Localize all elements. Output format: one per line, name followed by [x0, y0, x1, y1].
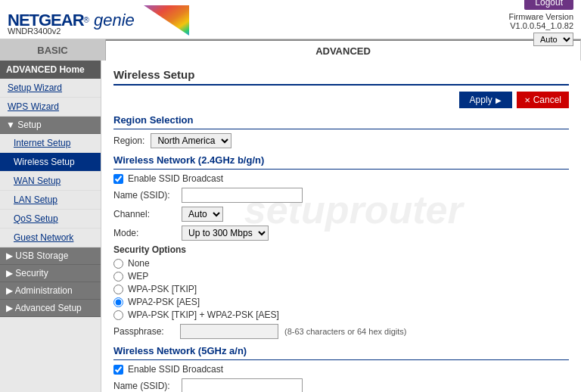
passphrase-label-24: Passphrase:: [113, 326, 174, 337]
sidebar-section-setup[interactable]: ▼ Setup: [0, 117, 101, 134]
tab-basic[interactable]: BASIC: [0, 39, 106, 61]
passphrase-input-24[interactable]: [180, 324, 278, 339]
radio-wpa-wpa2-24[interactable]: [113, 310, 123, 320]
wep-label-24: WEP: [128, 271, 148, 282]
sidebar-item-advanced-home[interactable]: ADVANCED Home: [0, 61, 101, 79]
logo-color-triangle: [144, 5, 189, 36]
region-select[interactable]: North America Europe Asia Australia: [151, 133, 231, 148]
sidebar-item-wps-wizard[interactable]: WPS Wizard: [0, 98, 101, 117]
radio-wpa-tkip-24-row: WPA-PSK [TKIP]: [113, 284, 569, 294]
security-options-label-24: Security Options: [113, 244, 569, 255]
mode-select-24[interactable]: Up to 300 Mbps Up to 130 Mbps 54 Mbps: [182, 226, 269, 241]
apply-label: Apply: [470, 95, 492, 105]
sidebar-item-setup-wizard[interactable]: Setup Wizard: [0, 79, 101, 98]
wpa-tkip-label-24: WPA-PSK [TKIP]: [128, 284, 197, 294]
sidebar-section-advanced-setup[interactable]: ▶ Advanced Setup: [0, 300, 101, 317]
page-title: Wireless Setup: [113, 68, 569, 86]
firmware-area: Firmware Version V1.0.0.54_1.0.82: [508, 12, 573, 30]
ssid-name-row-24: Name (SSID):: [113, 188, 569, 203]
ssid-name-row-5: Name (SSID):: [113, 378, 569, 392]
network-5-section: Wireless Network (5GHz a/n) Enable SSID …: [113, 345, 569, 392]
passphrase-row-24: Passphrase: (8-63 characters or 64 hex d…: [113, 324, 569, 339]
region-section: Region Selection Region: North America E…: [113, 114, 569, 148]
nav-tabs: BASIC ADVANCED: [0, 39, 581, 61]
cancel-label: Cancel: [533, 95, 561, 105]
color-triangle-svg: [144, 5, 189, 36]
channel-select-24[interactable]: Auto 123611: [182, 207, 223, 222]
channel-row-24: Channel: Auto 123611: [113, 207, 569, 222]
mode-row-24: Mode: Up to 300 Mbps Up to 130 Mbps 54 M…: [113, 226, 569, 241]
region-label: Region:: [113, 135, 144, 146]
radio-none-24-row: None: [113, 258, 569, 269]
radio-wep-24-row: WEP: [113, 271, 569, 282]
enable-ssid-5-label: Enable SSID Broadcast: [128, 364, 223, 375]
sidebar-item-lan-setup[interactable]: LAN Setup: [0, 191, 101, 210]
network-24-section: Wireless Network (2.4GHz b/g/n) Enable S…: [113, 154, 569, 339]
security-options-24: Security Options None WEP WPA-PSK [TKIP]…: [113, 244, 569, 339]
name-ssid-label-24: Name (SSID):: [113, 190, 182, 201]
wpa2-aes-label-24: WPA2-PSK [AES]: [128, 297, 200, 307]
mode-label-24: Mode:: [113, 228, 182, 238]
region-row: Region: North America Europe Asia Austra…: [113, 133, 569, 148]
sidebar-item-guest-network[interactable]: Guest Network: [0, 229, 101, 247]
enable-ssid-24-row: Enable SSID Broadcast: [113, 173, 569, 184]
action-buttons: Apply ▶ ✕ Cancel: [113, 92, 569, 108]
radio-wpa-wpa2-24-row: WPA-PSK [TKIP] + WPA2-PSK [AES]: [113, 310, 569, 320]
firmware-version: V1.0.0.54_1.0.82: [510, 21, 573, 30]
header-right: Logout Firmware Version V1.0.0.54_1.0.82…: [508, 0, 573, 46]
model-number: WNDR3400v2: [8, 26, 61, 36]
sidebar: ADVANCED Home Setup Wizard WPS Wizard ▼ …: [0, 61, 101, 392]
svg-marker-0: [144, 5, 189, 36]
apply-button[interactable]: Apply ▶: [459, 92, 512, 108]
radio-wep-24[interactable]: [113, 272, 123, 282]
sidebar-section-administration[interactable]: ▶ Administration: [0, 282, 101, 300]
network-5-title: Wireless Network (5GHz a/n): [113, 345, 569, 356]
sidebar-item-qos-setup[interactable]: QoS Setup: [0, 210, 101, 229]
sidebar-item-wan-setup[interactable]: WAN Setup: [0, 172, 101, 191]
passphrase-hint-24: (8-63 characters or 64 hex digits): [284, 327, 406, 336]
region-section-title: Region Selection: [113, 114, 569, 126]
registered-icon: ®: [84, 16, 89, 24]
enable-ssid-24-label: Enable SSID Broadcast: [128, 173, 223, 184]
sidebar-section-security[interactable]: ▶ Security: [0, 265, 101, 282]
cancel-button[interactable]: ✕ Cancel: [517, 92, 569, 108]
radio-wpa2-aes-24-row: WPA2-PSK [AES]: [113, 297, 569, 307]
main-content: setuprouter Wireless Setup Apply ▶ ✕ Can…: [101, 61, 581, 392]
cancel-x-icon: ✕: [524, 96, 530, 104]
name-ssid-label-5: Name (SSID):: [113, 381, 182, 391]
channel-label-24: Channel:: [113, 209, 182, 219]
sidebar-section-usb-storage[interactable]: ▶ USB Storage: [0, 247, 101, 265]
none-label-24: None: [128, 258, 150, 269]
radio-wpa2-aes-24[interactable]: [113, 297, 123, 307]
sidebar-item-wireless-setup[interactable]: Wireless Setup: [0, 153, 101, 172]
genie-logo: genie: [94, 11, 135, 30]
apply-arrow-icon: ▶: [496, 96, 502, 104]
ssid-name-input-24[interactable]: [182, 188, 303, 203]
firmware-label: Firmware Version: [508, 12, 573, 21]
radio-none-24[interactable]: [113, 259, 123, 269]
radio-wpa-tkip-24[interactable]: [113, 285, 123, 294]
sidebar-item-internet-setup[interactable]: Internet Setup: [0, 134, 101, 153]
enable-ssid-24-checkbox[interactable]: [113, 174, 123, 184]
auto-select[interactable]: Auto: [533, 33, 573, 46]
wpa-wpa2-label-24: WPA-PSK [TKIP] + WPA2-PSK [AES]: [128, 310, 279, 320]
ssid-name-input-5[interactable]: [182, 378, 303, 392]
logout-button[interactable]: Logout: [524, 0, 573, 10]
network-24-title: Wireless Network (2.4GHz b/g/n): [113, 154, 569, 166]
enable-ssid-5-row: Enable SSID Broadcast: [113, 364, 569, 375]
enable-ssid-5-checkbox[interactable]: [113, 365, 123, 375]
